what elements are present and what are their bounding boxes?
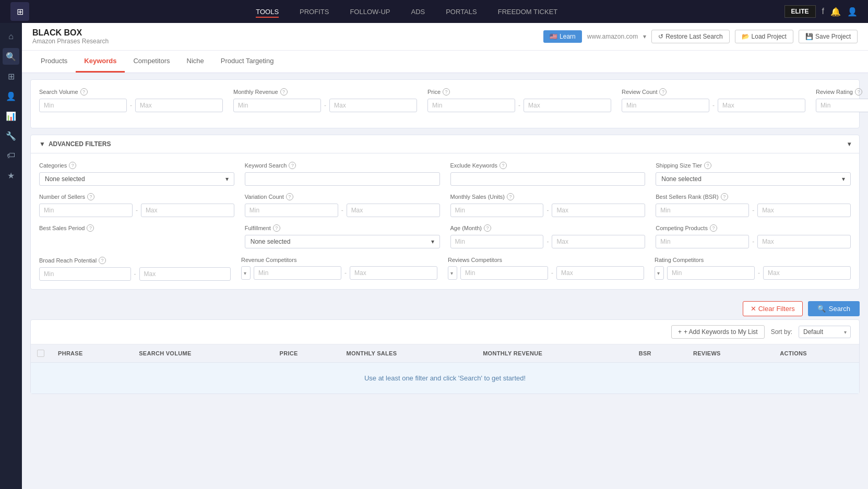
monthly-revenue-max[interactable] (329, 99, 417, 112)
flag-icon: 🇺🇸 (550, 33, 557, 40)
bsr-help-icon[interactable]: ? (721, 193, 728, 200)
monthly-sales-units-min[interactable] (450, 204, 544, 217)
age-month-min[interactable] (450, 235, 544, 248)
header-title: BLACK BOX Amazon Phrases Research (32, 28, 109, 45)
search-volume-max[interactable] (135, 99, 223, 112)
rating-competitors-dropdown[interactable]: Below 3.75 (655, 266, 664, 280)
tab-competitors[interactable]: Competitors (125, 51, 178, 73)
price-help-icon[interactable]: ? (443, 88, 450, 96)
load-project-button[interactable]: 📂 Load Project (735, 30, 793, 43)
advanced-filters-chevron: ▾ (848, 140, 851, 148)
competing-products-max[interactable] (757, 235, 851, 248)
monthly-revenue-min[interactable] (233, 99, 321, 112)
tab-niche[interactable]: Niche (179, 51, 212, 73)
nav-followup[interactable]: FOLLOW-UP (350, 6, 390, 18)
age-month-max[interactable] (552, 235, 645, 248)
search-volume-min[interactable] (39, 99, 127, 112)
variation-count-help-icon[interactable]: ? (286, 193, 293, 200)
nav-tools[interactable]: TOOLS (256, 6, 279, 18)
revenue-competitors-min[interactable] (254, 266, 341, 280)
monthly-sales-units-max[interactable] (552, 204, 645, 217)
sidebar-star-icon[interactable]: ★ (3, 167, 19, 184)
save-project-button[interactable]: 💾 Save Project (799, 30, 858, 43)
amazon-dropdown-icon[interactable]: ▾ (643, 33, 646, 40)
clear-filters-button[interactable]: ✕ Clear Filters (743, 301, 803, 316)
sidebar-chart-icon[interactable]: 📊 (3, 108, 19, 124)
sidebar-home-icon[interactable]: ⌂ (3, 28, 19, 45)
sidebar-tools-icon[interactable]: 🔧 (3, 127, 19, 144)
keyword-search-help-icon[interactable]: ? (289, 162, 296, 169)
nav-freedom-ticket[interactable]: FREEDOM TICKET (498, 6, 558, 18)
sort-select[interactable]: Default (799, 326, 851, 338)
shipping-size-tier-dropdown[interactable]: None selected ▾ (656, 172, 851, 186)
reviews-competitors-max[interactable] (556, 266, 644, 280)
add-keywords-button[interactable]: + + Add Keywords to My List (671, 325, 765, 339)
rating-competitors-label: Rating Competitors (655, 257, 704, 263)
sidebar-search-icon[interactable]: 🔍 (3, 48, 19, 65)
revenue-competitors-max[interactable] (350, 266, 437, 280)
tab-product-targeting[interactable]: Product Targeting (212, 51, 282, 73)
sort-wrapper: Default (799, 326, 851, 338)
sidebar-grid-icon[interactable]: ⊞ (3, 68, 19, 85)
advanced-filters-toggle[interactable]: ▼ ADVANCED FILTERS ▾ (31, 135, 859, 153)
review-rating-help-icon[interactable]: ? (855, 88, 862, 96)
review-rating-min[interactable] (816, 99, 868, 112)
search-icon: 🔍 (817, 305, 826, 313)
revenue-competitors-dropdown[interactable]: More than 2500 (241, 266, 251, 280)
rating-competitors-max[interactable] (763, 266, 851, 280)
monthly-revenue-help-icon[interactable]: ? (280, 88, 288, 96)
search-button[interactable]: 🔍 Search (808, 301, 860, 316)
competing-products-min[interactable] (656, 235, 749, 248)
price-min[interactable] (427, 99, 515, 112)
variation-count-max[interactable] (347, 204, 440, 217)
learn-button[interactable]: 🇺🇸 Learn (543, 30, 582, 43)
table-header-row: PHRASE SEARCH VOLUME PRICE MONTHLY SALES… (31, 344, 859, 363)
categories-dropdown[interactable]: None selected ▾ (39, 172, 234, 186)
reviews-competitors-min[interactable] (460, 266, 548, 280)
price-max[interactable] (524, 99, 611, 112)
table-header-reviews: REVIEWS (687, 344, 774, 363)
nav-portals[interactable]: PORTALS (446, 6, 477, 18)
bell-icon[interactable]: 🔔 (830, 7, 841, 17)
rating-competitors-min[interactable] (667, 266, 755, 280)
review-count-help-icon[interactable]: ? (659, 88, 667, 96)
nav-profits[interactable]: PROFITS (300, 6, 329, 18)
sidebar-tag-icon[interactable]: 🏷 (3, 147, 19, 164)
filter-best-sales-period: Best Sales Period ? (39, 224, 234, 249)
broad-reach-max[interactable] (139, 267, 231, 281)
review-count-max[interactable] (718, 99, 805, 112)
monthly-sales-units-help-icon[interactable]: ? (507, 193, 514, 200)
fulfillment-dropdown[interactable]: None selected ▾ (245, 235, 440, 248)
main-filters: Search Volume ? - Monthly Revenue ? (30, 79, 860, 128)
reviews-competitors-dropdown[interactable]: Less than 50 (448, 266, 457, 280)
broad-reach-min[interactable] (39, 267, 131, 281)
competing-products-help-icon[interactable]: ? (710, 224, 717, 232)
tab-products[interactable]: Products (32, 51, 76, 73)
tab-keywords[interactable]: Keywords (76, 51, 125, 73)
keyword-search-input[interactable] (245, 172, 440, 186)
review-count-min[interactable] (622, 99, 709, 112)
filter-monthly-sales-units: Monthly Sales (Units) ? - (450, 193, 646, 217)
search-volume-help-icon[interactable]: ? (80, 88, 88, 96)
sort-label: Sort by: (771, 328, 792, 336)
variation-count-min[interactable] (245, 204, 338, 217)
restore-search-button[interactable]: ↺ Restore Last Search (651, 30, 729, 43)
number-of-sellers-max[interactable] (141, 204, 234, 217)
age-month-help-icon[interactable]: ? (484, 224, 491, 232)
exclude-keywords-help-icon[interactable]: ? (500, 162, 507, 169)
nav-ads[interactable]: ADS (411, 6, 425, 18)
number-of-sellers-help-icon[interactable]: ? (87, 193, 94, 200)
best-sales-period-help-icon[interactable]: ? (87, 224, 94, 232)
broad-reach-help-icon[interactable]: ? (99, 257, 106, 264)
number-of-sellers-min[interactable] (39, 204, 133, 217)
fulfillment-help-icon[interactable]: ? (273, 224, 280, 232)
select-all-checkbox[interactable] (37, 350, 44, 357)
bsr-max[interactable] (757, 204, 851, 217)
categories-help-icon[interactable]: ? (69, 162, 76, 169)
user-icon[interactable]: 👤 (847, 7, 858, 17)
shipping-size-tier-help-icon[interactable]: ? (704, 162, 711, 169)
bsr-min[interactable] (656, 204, 749, 217)
exclude-keywords-input[interactable] (450, 172, 646, 186)
sidebar-person-icon[interactable]: 👤 (3, 88, 19, 104)
facebook-icon[interactable]: f (822, 7, 824, 16)
